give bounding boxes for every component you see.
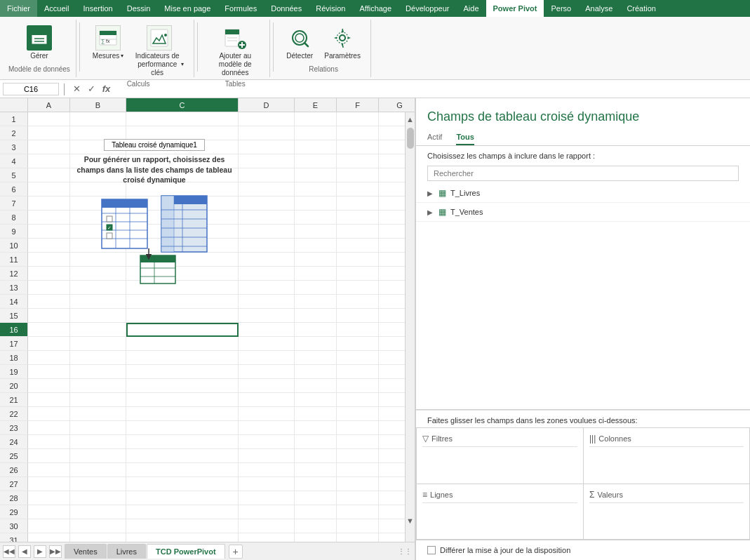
cell-C31[interactable]: [126, 533, 239, 542]
cell-D7[interactable]: [239, 196, 295, 211]
col-header-e[interactable]: E: [295, 98, 337, 112]
row-number-10[interactable]: 10: [0, 239, 28, 253]
search-box[interactable]: [427, 166, 739, 181]
cell-D22[interactable]: [239, 407, 295, 421]
cell-F23[interactable]: [337, 421, 379, 435]
ribbon-btn-mesures[interactable]: ∑ fx Mesures ▾: [88, 22, 128, 63]
row-number-20[interactable]: 20: [0, 379, 28, 393]
cell-D4[interactable]: [239, 154, 295, 168]
col-header-g[interactable]: G: [379, 98, 415, 112]
cell-F19[interactable]: [337, 365, 379, 379]
cell-C23[interactable]: [126, 421, 239, 435]
cell-F21[interactable]: [337, 393, 379, 407]
cell-B24[interactable]: [70, 435, 126, 449]
tab-livres[interactable]: Livres: [107, 544, 146, 559]
menu-affichage[interactable]: Affichage: [352, 0, 399, 17]
cell-F5[interactable]: [337, 168, 379, 182]
row-number-15[interactable]: 15: [0, 309, 28, 323]
menu-aide[interactable]: Aide: [456, 0, 486, 17]
cell-D10[interactable]: [239, 239, 295, 253]
cell-A25[interactable]: [28, 449, 70, 463]
cell-F2[interactable]: [337, 126, 379, 140]
cell-C17[interactable]: [126, 337, 239, 351]
scroll-down-btn[interactable]: ▼: [406, 514, 415, 528]
cell-C22[interactable]: [126, 407, 239, 421]
row-number-11[interactable]: 11: [0, 253, 28, 267]
cell-D19[interactable]: [239, 365, 295, 379]
row-number-29[interactable]: 29: [0, 505, 28, 519]
cell-A7[interactable]: [28, 196, 70, 211]
cell-B20[interactable]: [70, 379, 126, 393]
cell-B14[interactable]: [70, 295, 126, 309]
row-number-1[interactable]: 1: [0, 112, 28, 126]
cell-A5[interactable]: [28, 168, 70, 182]
panel-tab-tous[interactable]: Tous: [456, 130, 474, 145]
cell-D5[interactable]: [239, 168, 295, 182]
cell-A22[interactable]: [28, 407, 70, 421]
cell-E6[interactable]: [295, 182, 337, 196]
cell-E21[interactable]: [295, 393, 337, 407]
cell-A16[interactable]: [28, 323, 70, 337]
cell-E19[interactable]: [295, 365, 337, 379]
menu-developpeur[interactable]: Développeur: [399, 0, 456, 17]
panel-tab-actif[interactable]: Actif: [427, 130, 442, 145]
cell-D1[interactable]: [239, 112, 295, 126]
cell-E22[interactable]: [295, 407, 337, 421]
cell-F9[interactable]: [337, 225, 379, 239]
cell-D28[interactable]: [239, 491, 295, 505]
cell-E2[interactable]: [295, 126, 337, 140]
cell-E28[interactable]: [295, 491, 337, 505]
menu-power-pivot[interactable]: Power Pivot: [486, 0, 544, 17]
cell-A28[interactable]: [28, 491, 70, 505]
cell-A15[interactable]: [28, 309, 70, 323]
cell-A31[interactable]: [28, 533, 70, 542]
col-header-a[interactable]: A: [28, 98, 70, 112]
cell-B29[interactable]: [70, 505, 126, 519]
cell-C29[interactable]: [126, 505, 239, 519]
menu-fichier[interactable]: Fichier: [0, 0, 37, 17]
cell-B19[interactable]: [70, 365, 126, 379]
cell-A17[interactable]: [28, 337, 70, 351]
sheet-nav-first[interactable]: ◀◀: [3, 545, 15, 558]
cell-D6[interactable]: [239, 182, 295, 196]
cell-E13[interactable]: [295, 281, 337, 295]
ribbon-btn-kpi[interactable]: Indicateurs de performance clés ▾: [130, 22, 188, 80]
cell-D13[interactable]: [239, 281, 295, 295]
row-number-18[interactable]: 18: [0, 351, 28, 365]
cell-F20[interactable]: [337, 379, 379, 393]
cell-B26[interactable]: [70, 463, 126, 477]
insert-function-icon[interactable]: fx: [100, 84, 113, 94]
cell-E11[interactable]: [295, 253, 337, 267]
cell-C18[interactable]: [126, 351, 239, 365]
menu-creation[interactable]: Création: [620, 0, 663, 17]
row-number-6[interactable]: 6: [0, 182, 28, 196]
cell-E29[interactable]: [295, 505, 337, 519]
row-number-26[interactable]: 26: [0, 463, 28, 477]
cell-A11[interactable]: [28, 253, 70, 267]
cell-A3[interactable]: [28, 140, 70, 154]
cell-A1[interactable]: [28, 112, 70, 126]
cell-F29[interactable]: [337, 505, 379, 519]
cell-B23[interactable]: [70, 421, 126, 435]
cell-E20[interactable]: [295, 379, 337, 393]
cell-E25[interactable]: [295, 449, 337, 463]
col-header-c[interactable]: C: [126, 98, 239, 112]
row-number-28[interactable]: 28: [0, 491, 28, 505]
cell-F14[interactable]: [337, 295, 379, 309]
cell-D31[interactable]: [239, 533, 295, 542]
ribbon-btn-parametres[interactable]: Paramètres: [320, 22, 365, 63]
row-number-3[interactable]: 3: [0, 140, 28, 154]
row-number-24[interactable]: 24: [0, 435, 28, 449]
cell-A26[interactable]: [28, 463, 70, 477]
sheet-nav-prev[interactable]: ◀: [18, 545, 31, 558]
cell-B30[interactable]: [70, 519, 126, 533]
cell-A18[interactable]: [28, 351, 70, 365]
menu-insertion[interactable]: Insertion: [76, 0, 119, 17]
cell-A14[interactable]: [28, 295, 70, 309]
cell-A20[interactable]: [28, 379, 70, 393]
cell-A29[interactable]: [28, 505, 70, 519]
cell-D2[interactable]: [239, 126, 295, 140]
cell-E3[interactable]: [295, 140, 337, 154]
cell-D23[interactable]: [239, 421, 295, 435]
row-number-5[interactable]: 5: [0, 168, 28, 182]
